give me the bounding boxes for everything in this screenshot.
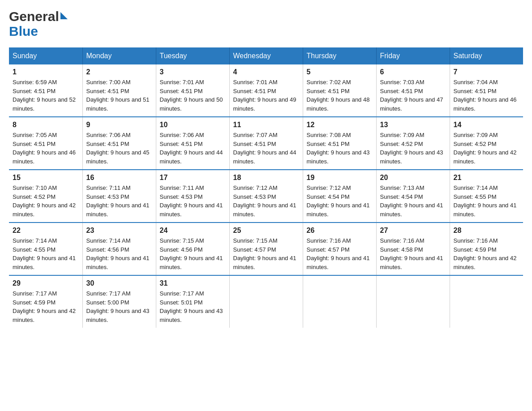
day-cell: 1 Sunrise: 6:59 AM Sunset: 4:51 PM Dayli… bbox=[9, 64, 82, 117]
day-number: 1 bbox=[13, 68, 79, 76]
day-cell: 13 Sunrise: 7:09 AM Sunset: 4:52 PM Dayl… bbox=[376, 117, 450, 170]
day-info: Sunrise: 7:13 AM Sunset: 4:54 PM Dayligh… bbox=[380, 184, 446, 218]
day-number: 24 bbox=[160, 227, 226, 235]
header-saturday: Saturday bbox=[450, 47, 523, 64]
day-cell: 16 Sunrise: 7:11 AM Sunset: 4:53 PM Dayl… bbox=[82, 170, 156, 223]
calendar-table: SundayMondayTuesdayWednesdayThursdayFrid… bbox=[9, 47, 523, 328]
day-info: Sunrise: 7:05 AM Sunset: 4:51 PM Dayligh… bbox=[13, 131, 79, 166]
day-info: Sunrise: 7:16 AM Sunset: 4:58 PM Dayligh… bbox=[380, 236, 446, 271]
day-info: Sunrise: 7:04 AM Sunset: 4:51 PM Dayligh… bbox=[454, 78, 520, 113]
day-cell: 5 Sunrise: 7:02 AM Sunset: 4:51 PM Dayli… bbox=[303, 64, 376, 117]
day-number: 21 bbox=[454, 174, 520, 182]
day-info: Sunrise: 7:06 AM Sunset: 4:51 PM Dayligh… bbox=[86, 131, 152, 166]
day-number: 5 bbox=[307, 68, 373, 76]
week-row-4: 22 Sunrise: 7:14 AM Sunset: 4:55 PM Dayl… bbox=[9, 223, 523, 275]
day-number: 16 bbox=[86, 174, 152, 182]
header-thursday: Thursday bbox=[303, 47, 376, 64]
header-friday: Friday bbox=[376, 47, 450, 64]
day-cell: 29 Sunrise: 7:17 AM Sunset: 4:59 PM Dayl… bbox=[9, 275, 82, 328]
day-number: 17 bbox=[160, 174, 226, 182]
day-cell: 24 Sunrise: 7:15 AM Sunset: 4:56 PM Dayl… bbox=[156, 223, 229, 275]
days-of-week-row: SundayMondayTuesdayWednesdayThursdayFrid… bbox=[9, 47, 523, 64]
day-info: Sunrise: 7:17 AM Sunset: 4:59 PM Dayligh… bbox=[13, 289, 79, 324]
header-sunday: Sunday bbox=[9, 47, 82, 64]
day-info: Sunrise: 7:14 AM Sunset: 4:55 PM Dayligh… bbox=[13, 236, 79, 271]
day-number: 25 bbox=[233, 227, 299, 235]
day-cell: 30 Sunrise: 7:17 AM Sunset: 5:00 PM Dayl… bbox=[82, 275, 156, 328]
day-cell: 15 Sunrise: 7:10 AM Sunset: 4:52 PM Dayl… bbox=[9, 170, 82, 223]
day-number: 20 bbox=[380, 174, 446, 182]
day-cell: 26 Sunrise: 7:16 AM Sunset: 4:57 PM Dayl… bbox=[303, 223, 376, 275]
day-info: Sunrise: 7:12 AM Sunset: 4:53 PM Dayligh… bbox=[233, 184, 299, 218]
day-cell: 31 Sunrise: 7:17 AM Sunset: 5:01 PM Dayl… bbox=[156, 275, 229, 328]
page-header: General Blue bbox=[9, 9, 523, 39]
week-row-2: 8 Sunrise: 7:05 AM Sunset: 4:51 PM Dayli… bbox=[9, 117, 523, 170]
day-cell: 17 Sunrise: 7:11 AM Sunset: 4:53 PM Dayl… bbox=[156, 170, 229, 223]
day-info: Sunrise: 7:07 AM Sunset: 4:51 PM Dayligh… bbox=[233, 131, 299, 166]
day-number: 19 bbox=[307, 174, 373, 182]
day-number: 4 bbox=[233, 68, 299, 76]
day-number: 8 bbox=[13, 121, 79, 129]
day-number: 9 bbox=[86, 121, 152, 129]
day-info: Sunrise: 7:15 AM Sunset: 4:56 PM Dayligh… bbox=[160, 236, 226, 271]
day-cell: 28 Sunrise: 7:16 AM Sunset: 4:59 PM Dayl… bbox=[450, 223, 523, 275]
day-cell: 27 Sunrise: 7:16 AM Sunset: 4:58 PM Dayl… bbox=[376, 223, 450, 275]
day-info: Sunrise: 7:12 AM Sunset: 4:54 PM Dayligh… bbox=[307, 184, 373, 218]
day-cell: 21 Sunrise: 7:14 AM Sunset: 4:55 PM Dayl… bbox=[450, 170, 523, 223]
logo: General Blue bbox=[9, 9, 68, 39]
day-cell: 14 Sunrise: 7:09 AM Sunset: 4:52 PM Dayl… bbox=[450, 117, 523, 170]
day-cell bbox=[229, 275, 303, 328]
logo-blue-text: Blue bbox=[9, 24, 38, 39]
day-cell: 7 Sunrise: 7:04 AM Sunset: 4:51 PM Dayli… bbox=[450, 64, 523, 117]
day-info: Sunrise: 7:00 AM Sunset: 4:51 PM Dayligh… bbox=[86, 78, 152, 113]
logo-general-text: General bbox=[9, 9, 59, 24]
logo-triangle-icon bbox=[60, 12, 68, 19]
day-cell: 19 Sunrise: 7:12 AM Sunset: 4:54 PM Dayl… bbox=[303, 170, 376, 223]
header-monday: Monday bbox=[82, 47, 156, 64]
day-number: 30 bbox=[86, 279, 152, 287]
day-cell: 18 Sunrise: 7:12 AM Sunset: 4:53 PM Dayl… bbox=[229, 170, 303, 223]
day-number: 6 bbox=[380, 68, 446, 76]
day-info: Sunrise: 7:14 AM Sunset: 4:55 PM Dayligh… bbox=[454, 184, 520, 218]
day-number: 26 bbox=[307, 227, 373, 235]
day-number: 31 bbox=[160, 279, 226, 287]
day-cell: 3 Sunrise: 7:01 AM Sunset: 4:51 PM Dayli… bbox=[156, 64, 229, 117]
day-cell: 4 Sunrise: 7:01 AM Sunset: 4:51 PM Dayli… bbox=[229, 64, 303, 117]
day-cell: 20 Sunrise: 7:13 AM Sunset: 4:54 PM Dayl… bbox=[376, 170, 450, 223]
day-info: Sunrise: 7:10 AM Sunset: 4:52 PM Dayligh… bbox=[13, 184, 79, 218]
day-number: 11 bbox=[233, 121, 299, 129]
day-info: Sunrise: 7:01 AM Sunset: 4:51 PM Dayligh… bbox=[160, 78, 226, 113]
day-number: 27 bbox=[380, 227, 446, 235]
day-number: 7 bbox=[454, 68, 520, 76]
week-row-5: 29 Sunrise: 7:17 AM Sunset: 4:59 PM Dayl… bbox=[9, 275, 523, 328]
day-cell: 6 Sunrise: 7:03 AM Sunset: 4:51 PM Dayli… bbox=[376, 64, 450, 117]
day-number: 18 bbox=[233, 174, 299, 182]
day-number: 23 bbox=[86, 227, 152, 235]
day-cell bbox=[376, 275, 450, 328]
day-number: 29 bbox=[13, 279, 79, 287]
calendar-body: 1 Sunrise: 6:59 AM Sunset: 4:51 PM Dayli… bbox=[9, 64, 523, 328]
day-cell: 10 Sunrise: 7:06 AM Sunset: 4:51 PM Dayl… bbox=[156, 117, 229, 170]
day-info: Sunrise: 7:11 AM Sunset: 4:53 PM Dayligh… bbox=[160, 184, 226, 218]
day-cell: 11 Sunrise: 7:07 AM Sunset: 4:51 PM Dayl… bbox=[229, 117, 303, 170]
day-number: 22 bbox=[13, 227, 79, 235]
day-info: Sunrise: 7:02 AM Sunset: 4:51 PM Dayligh… bbox=[307, 78, 373, 113]
day-info: Sunrise: 7:03 AM Sunset: 4:51 PM Dayligh… bbox=[380, 78, 446, 113]
day-info: Sunrise: 7:08 AM Sunset: 4:51 PM Dayligh… bbox=[307, 131, 373, 166]
day-info: Sunrise: 6:59 AM Sunset: 4:51 PM Dayligh… bbox=[13, 78, 79, 113]
day-info: Sunrise: 7:06 AM Sunset: 4:51 PM Dayligh… bbox=[160, 131, 226, 166]
day-number: 15 bbox=[13, 174, 79, 182]
day-number: 12 bbox=[307, 121, 373, 129]
day-number: 13 bbox=[380, 121, 446, 129]
day-number: 10 bbox=[160, 121, 226, 129]
week-row-3: 15 Sunrise: 7:10 AM Sunset: 4:52 PM Dayl… bbox=[9, 170, 523, 223]
day-cell: 22 Sunrise: 7:14 AM Sunset: 4:55 PM Dayl… bbox=[9, 223, 82, 275]
header-wednesday: Wednesday bbox=[229, 47, 303, 64]
day-info: Sunrise: 7:16 AM Sunset: 4:57 PM Dayligh… bbox=[307, 236, 373, 271]
day-info: Sunrise: 7:15 AM Sunset: 4:57 PM Dayligh… bbox=[233, 236, 299, 271]
day-number: 14 bbox=[454, 121, 520, 129]
day-info: Sunrise: 7:16 AM Sunset: 4:59 PM Dayligh… bbox=[454, 236, 520, 271]
calendar-header: SundayMondayTuesdayWednesdayThursdayFrid… bbox=[9, 47, 523, 64]
day-info: Sunrise: 7:14 AM Sunset: 4:56 PM Dayligh… bbox=[86, 236, 152, 271]
day-cell: 9 Sunrise: 7:06 AM Sunset: 4:51 PM Dayli… bbox=[82, 117, 156, 170]
